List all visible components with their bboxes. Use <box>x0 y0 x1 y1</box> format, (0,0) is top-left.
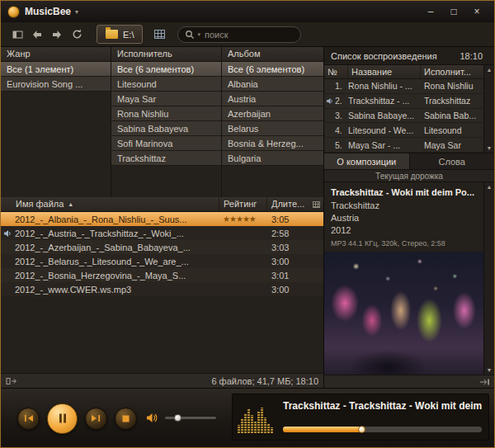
column-header-filename[interactable]: Имя файла ▲ <box>1 197 219 211</box>
table-row[interactable]: 2012_-_Belarus_-_Litesound_-_We_are_... … <box>1 254 323 268</box>
column-header-genre[interactable]: Жанр <box>1 47 111 61</box>
list-item[interactable]: Maya Sar <box>111 92 221 106</box>
now-playing-info: Trackshittaz - Trackshittaz - Woki mit d… <box>283 398 482 434</box>
maximize-button[interactable]: □ <box>443 5 464 18</box>
list-item[interactable]: Litesound <box>111 77 221 92</box>
seek-handle[interactable] <box>358 426 365 433</box>
stop-icon <box>122 415 130 422</box>
search-input[interactable] <box>203 29 294 40</box>
back-button[interactable] <box>27 26 47 44</box>
seek-bar[interactable] <box>283 427 482 432</box>
track-artist: Trackshittaz <box>324 200 483 212</box>
column-header-title[interactable]: Название <box>348 65 421 78</box>
table-row[interactable]: 2012_-_Austria_-_Trackshittaz_-_Woki_...… <box>1 226 323 240</box>
list-item[interactable]: 5. Maya Sar - ... Maya Sar <box>324 138 483 153</box>
table-row[interactable]: 2012_-_Bosnia_Herzegovina_-_Maya_S... 3:… <box>1 268 323 282</box>
list-item[interactable]: Bulgaria <box>222 151 323 166</box>
list-item[interactable]: Все (6 элементов) <box>222 62 323 77</box>
minimize-button[interactable]: – <box>420 5 441 18</box>
list-item[interactable]: 4. Litesound - We... Litesound <box>324 123 483 138</box>
highlight-playing-icon[interactable] <box>6 377 18 385</box>
duration: 3:00 <box>267 285 309 295</box>
filelist-header: Имя файла ▲ Рейтинг Длите... <box>1 197 323 212</box>
list-item[interactable]: Trackshittaz <box>111 151 221 166</box>
column-header-duration[interactable]: Длите... <box>267 197 309 211</box>
sort-asc-icon: ▲ <box>68 197 73 211</box>
list-item[interactable]: Bosnia & Herzeg... <box>222 136 323 151</box>
volume-slider[interactable] <box>165 417 216 419</box>
scroll-up-icon[interactable]: ▲ <box>487 184 493 190</box>
forward-button[interactable] <box>47 26 67 44</box>
refresh-button[interactable] <box>67 26 87 44</box>
genre-list: Все (1 элемент) Eurovision Song ... <box>1 62 111 197</box>
pause-icon <box>59 413 67 423</box>
column-header-number[interactable]: № <box>324 65 348 78</box>
jump-to-track-icon[interactable] <box>479 378 490 386</box>
scroll-up-icon[interactable]: ▲ <box>487 67 493 73</box>
duration: 3:00 <box>267 257 309 266</box>
track-info-scrollbar[interactable]: ▲ ▼ <box>483 182 494 375</box>
volume-icon[interactable] <box>146 413 158 423</box>
column-chooser-button[interactable] <box>309 197 323 211</box>
list-item[interactable]: Austria <box>222 92 323 106</box>
list-item[interactable]: Все (6 элементов) <box>111 62 221 77</box>
tab-about-track[interactable]: О композиции <box>324 153 410 169</box>
table-row[interactable]: 2012_-_www.CWER.ws.mp3 3:00 <box>1 282 323 296</box>
next-button[interactable] <box>85 408 107 430</box>
album-list: Все (6 элементов) Albania Austria Azerba… <box>222 62 323 197</box>
toolbar: E:\ ▾ <box>1 22 494 47</box>
table-row[interactable]: 2012_-_Azerbaijan_-_Sabina_Babayeva_... … <box>1 240 323 254</box>
search-box[interactable]: ▾ <box>177 26 301 43</box>
list-item[interactable]: Eurovision Song ... <box>1 77 111 92</box>
column-header-rating[interactable]: Рейтинг <box>219 197 267 211</box>
chevron-down-icon[interactable]: ▾ <box>75 8 78 16</box>
list-item[interactable]: Albania <box>222 77 323 92</box>
list-item[interactable]: 3. Sabina Babaye... Sabina Bab... <box>324 109 483 124</box>
list-item[interactable]: 1. Rona Nishliu - ... Rona Nishliu <box>324 79 483 94</box>
library-panel: Жанр Исполнитель Альбом Все (1 элемент) … <box>1 47 323 388</box>
status-text: 6 файлов; 41,7 МБ; 18:10 <box>211 376 318 386</box>
column-header-album[interactable]: Альбом <box>222 47 323 61</box>
arrow-left-icon <box>31 30 43 40</box>
folder-icon <box>106 30 118 39</box>
player-bar: Trackshittaz - Trackshittaz - Woki mit d… <box>1 388 494 447</box>
playlist-scrollbar[interactable]: ▲ ▼ <box>483 65 494 153</box>
rating-stars[interactable]: ★★★★★ <box>219 215 267 224</box>
view-layout-button[interactable] <box>148 25 171 44</box>
list-item[interactable]: Sabina Babayeva <box>111 121 221 136</box>
column-header-label: Имя файла <box>16 197 64 211</box>
list-item[interactable]: Belarus <box>222 121 323 136</box>
stop-button[interactable] <box>115 408 137 430</box>
drive-location-button[interactable]: E:\ <box>97 25 143 44</box>
nav-panel-button[interactable] <box>7 26 27 44</box>
table-row[interactable]: 2012_-_Albania_-_Rona_Nishliu_-_Suus... … <box>1 212 323 226</box>
drive-label: E:\ <box>123 30 134 40</box>
list-item[interactable]: Rona Nishliu <box>111 106 221 121</box>
arrow-right-icon <box>51 30 63 40</box>
list-item[interactable]: 2. Trackshittaz - ... Trackshittaz <box>324 94 483 109</box>
close-button[interactable]: × <box>466 5 488 18</box>
column-header-artist[interactable]: Исполнит... <box>421 65 483 78</box>
column-chooser-icon <box>313 201 320 208</box>
window-controls: – □ × <box>420 5 488 18</box>
column-header-artist[interactable]: Исполнитель <box>111 47 222 61</box>
search-options-caret-icon[interactable]: ▾ <box>197 31 200 38</box>
list-item[interactable]: Azerbaijan <box>222 106 323 121</box>
list-item[interactable]: Все (1 элемент) <box>1 62 111 77</box>
refresh-icon <box>72 29 82 40</box>
speaker-icon <box>326 97 334 105</box>
pause-button[interactable] <box>47 403 78 434</box>
previous-button[interactable] <box>17 408 40 430</box>
playlist-columns: № Название Исполнит... <box>324 65 483 79</box>
track-year: 2012 <box>324 224 483 237</box>
list-item[interactable]: Sofi Marinova <box>111 136 221 151</box>
duration: 3:01 <box>267 271 309 281</box>
tab-lyrics[interactable]: Слова <box>410 153 495 169</box>
scroll-down-icon[interactable]: ▼ <box>487 145 493 151</box>
file-name: 2012_-_Albania_-_Rona_Nishliu_-_Suus... <box>15 215 219 224</box>
nav-panel-icon <box>12 30 23 40</box>
volume-slider-handle[interactable] <box>174 414 182 422</box>
scroll-down-icon[interactable]: ▼ <box>487 367 493 373</box>
next-icon <box>91 414 101 422</box>
track-format: MP3 44.1 КГц, 320k, Стерео, 2:58 <box>324 237 483 252</box>
